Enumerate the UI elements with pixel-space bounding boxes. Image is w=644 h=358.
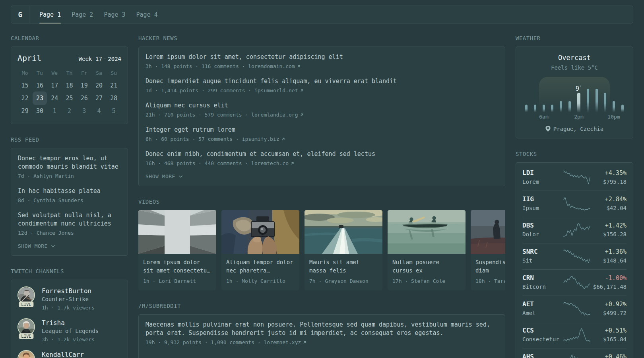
video-card[interactable]: Suspendisse potenti diam 18h · Tara [471, 210, 505, 290]
calendar-day[interactable]: 3 [77, 105, 91, 117]
stock-row[interactable]: IIGIpsum+2.84%$42.04 [516, 191, 633, 217]
entry-title[interactable]: Maecenas mollis pulvinar erat non posuer… [145, 321, 498, 337]
twitch-channel-name[interactable]: ForrestBurton [42, 287, 95, 295]
stock-values: +0.51%$165.84 [590, 327, 627, 343]
stock-row[interactable]: CRNBitcorn-1.00%$66,171.48 [516, 269, 633, 296]
video-thumbnail[interactable] [138, 210, 216, 254]
stock-identity: SNRCSit [522, 248, 564, 265]
stock-change: +2.84% [590, 195, 627, 203]
weather-widget: WEATHER Overcast Feels like 5°C 9° 6am2p… [516, 35, 633, 138]
video-title[interactable]: Nullam posuere cursus ex [392, 258, 461, 275]
entry-title[interactable]: In hac habitasse platea [18, 187, 121, 195]
tab-page-1[interactable]: Page 1 [39, 6, 61, 23]
app-logo[interactable]: G [11, 6, 29, 23]
show-more-button[interactable]: SHOW MORE [18, 243, 121, 249]
twitch-channel-name[interactable]: Trisha [42, 319, 99, 327]
stock-values: +0.92%$499.72 [590, 300, 627, 317]
stock-identity: AHS [522, 353, 564, 358]
entry-title[interactable]: Donec imperdiet augue tincidunt felis al… [145, 77, 498, 86]
tab-page-4[interactable]: Page 4 [136, 6, 158, 23]
twitch-channel-category[interactable]: Counter-Strike [42, 295, 95, 304]
calendar-day[interactable]: 4 [91, 105, 106, 117]
stock-name: Consectetur [522, 335, 564, 343]
calendar-day[interactable]: 30 [32, 105, 47, 117]
entry-title[interactable]: Aliquam nec cursus elit [145, 101, 498, 110]
calendar-day[interactable]: 28 [107, 92, 121, 105]
weather-location[interactable]: Prague, Czechia [522, 125, 627, 133]
kendallcarr-avatar-image [18, 351, 34, 358]
video-card[interactable]: Aliquam tempor dolor nec pharetra… 1h · … [221, 210, 299, 290]
stock-symbol: DBS [522, 222, 564, 230]
video-thumbnail[interactable] [388, 210, 466, 254]
stock-row[interactable]: LDILorem+4.35%$795.18 [516, 164, 633, 191]
weather-bar [621, 105, 624, 112]
entry-title[interactable]: Donec tempor eros leo, ut commodo mauris… [18, 154, 121, 171]
calendar-day[interactable]: 5 [107, 105, 121, 117]
stock-identity: CRNBitcorn [522, 274, 564, 291]
stock-change: +0.51% [590, 327, 627, 335]
video-title[interactable]: Mauris sit amet massa felis [309, 258, 378, 275]
calendar-day[interactable]: 15 [17, 79, 32, 92]
video-card[interactable]: Nullam posuere cursus ex 17h · Stefan Co… [388, 210, 466, 290]
feed-entry: Maecenas mollis pulvinar erat non posuer… [145, 321, 498, 346]
calendar-day[interactable]: 2 [62, 105, 77, 117]
calendar-day[interactable]: 25 [62, 92, 77, 105]
calendar-day[interactable]: 22 [17, 92, 32, 105]
calendar-weekday-row: MoTuWeThFrSaSu [17, 70, 121, 76]
video-title[interactable]: Lorem ipsum dolor sit amet consectetu… [143, 258, 211, 275]
calendar-day[interactable]: 27 [91, 92, 106, 105]
calendar-day[interactable]: 19 [77, 79, 91, 92]
calendar-day[interactable]: 1 [47, 105, 62, 117]
twitch-channel-row[interactable]: LIVE KendallCarr [17, 350, 121, 358]
entry-title[interactable]: Sed volutpat nulla nisl, a condimentum n… [18, 211, 121, 228]
entry-meta: 1d · 1,414 points · 299 comments · ipsum… [145, 86, 498, 95]
external-link-icon [281, 137, 285, 141]
twitch-channel-info: Trisha League of Legends 3h · 1.2k viewe… [42, 318, 99, 344]
video-thumbnail[interactable] [471, 210, 505, 254]
calendar-day[interactable]: 17 [47, 79, 62, 92]
entry-title[interactable]: Integer eget rutrum lorem [145, 126, 498, 134]
calendar-day[interactable]: 20 [91, 79, 106, 92]
show-more-button[interactable]: SHOW MORE [145, 173, 498, 179]
video-card[interactable]: Mauris sit amet massa felis 7h · Grayson… [305, 210, 382, 290]
stock-name: Bitcorn [522, 283, 564, 291]
calendar-day[interactable]: 21 [107, 79, 121, 92]
hackernews-widget: HACKER NEWS Lorem ipsum dolor sit amet, … [138, 35, 505, 186]
feed-entry: Donec enim nibh, condimentum et accumsan… [145, 150, 498, 167]
stock-row[interactable]: AHS+0.46% [516, 348, 633, 358]
video-title[interactable]: Suspendisse potenti diam [475, 258, 505, 275]
twitch-channel-category[interactable]: League of Legends [42, 327, 99, 335]
calendar-day[interactable]: 23 [32, 92, 47, 105]
right-column: WEATHER Overcast Feels like 5°C 9° 6am2p… [516, 35, 633, 358]
video-card[interactable]: Lorem ipsum dolor sit amet consectetu… 1… [138, 210, 216, 290]
stocks-card: LDILorem+4.35%$795.18IIGIpsum+2.84%$42.0… [516, 162, 633, 358]
video-thumbnail[interactable] [221, 210, 299, 254]
video-meta: 17h · Stefan Cole [392, 277, 461, 285]
calendar-weekday: Fr [77, 70, 91, 76]
weather-bar [560, 101, 562, 112]
forrestburton-avatar-image [18, 287, 34, 303]
entry-title[interactable]: Donec enim nibh, condimentum et accumsan… [145, 150, 498, 158]
calendar-day[interactable]: 26 [77, 92, 91, 105]
calendar-day[interactable]: 16 [32, 79, 47, 92]
twitch-channel-row[interactable]: LIVE Trisha League of Legends 3h · 1.2k … [17, 318, 121, 344]
calendar-day[interactable]: 18 [62, 79, 77, 92]
twitch-channel-name[interactable]: KendallCarr [42, 350, 84, 358]
weather-condition: Overcast [522, 53, 627, 62]
calendar-day[interactable]: 29 [17, 105, 32, 117]
stock-row[interactable]: CCSConsectetur+0.51%$165.84 [516, 322, 633, 348]
video-thumbnail[interactable] [305, 210, 382, 254]
calendar-card: April Week 17·2024 MoTuWeThFrSaSu 151617… [11, 47, 128, 124]
stock-row[interactable]: AETAmet+0.92%$499.72 [516, 296, 633, 322]
stock-name: Amet [522, 309, 564, 317]
tab-page-2[interactable]: Page 2 [72, 6, 93, 23]
video-title[interactable]: Aliquam tempor dolor nec pharetra… [226, 258, 295, 275]
entry-title[interactable]: Lorem ipsum dolor sit amet, consectetur … [145, 53, 498, 61]
twitch-channel-row[interactable]: LIVE ForrestBurton Counter-Strike 1h · 1… [17, 286, 121, 312]
video-meta: 7h · Grayson Dawson [309, 277, 378, 285]
stock-row[interactable]: SNRCSit+1.36%$148.64 [516, 243, 633, 269]
calendar-day[interactable]: 24 [47, 92, 62, 105]
stock-row[interactable]: DBSDolor+1.42%$156.28 [516, 217, 633, 243]
weather-bar: 9° [577, 93, 580, 112]
tab-page-3[interactable]: Page 3 [104, 6, 125, 23]
